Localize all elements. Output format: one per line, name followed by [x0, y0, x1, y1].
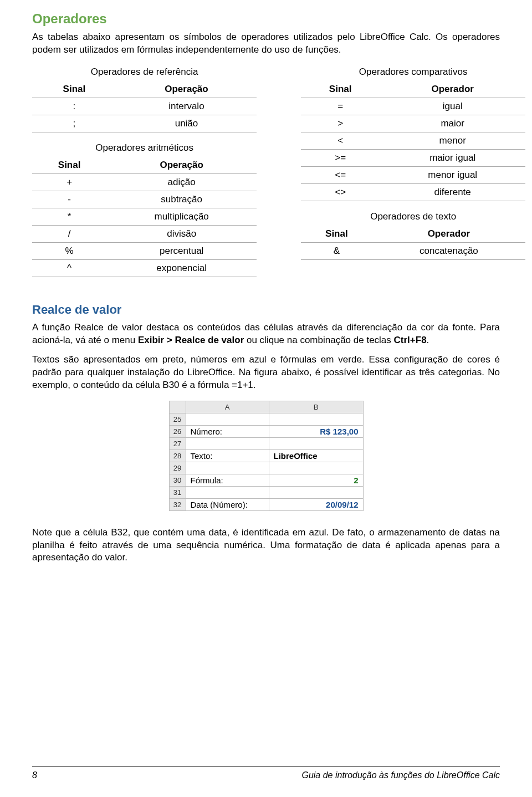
caption-arit: Operadores aritméticos [32, 142, 257, 154]
cell-op: exponencial [106, 259, 257, 277]
cell-sinal: <= [301, 166, 380, 183]
cell-b-text: LibreOffice [269, 449, 363, 462]
sheet-row: 29 [169, 462, 363, 474]
table-row: <>diferente [301, 183, 525, 201]
col-header-a: A [186, 401, 269, 413]
table-row: -subtração [32, 191, 257, 208]
cell-b [269, 413, 363, 425]
cell-a [186, 486, 269, 498]
th-sinal: Sinal [32, 157, 106, 174]
cell-op: diferente [380, 183, 525, 201]
table-text: Sinal Operador &concatenação [301, 226, 525, 260]
heading-realce: Realce de valor [32, 303, 500, 317]
spreadsheet: A B 25 26Número:R$ 123,00 27 28Texto:Lib… [169, 401, 364, 511]
th-sinal: Sinal [32, 81, 116, 98]
cell-sinal: ; [32, 115, 116, 132]
cell-b [269, 437, 363, 449]
cell-op: multiplicação [106, 208, 257, 225]
paragraph-note: Note que a célula B32, que contém uma da… [32, 527, 500, 565]
th-operacao: Operação [106, 157, 257, 174]
row-header: 26 [169, 425, 186, 437]
paragraph-realce-2: Textos são apresentados em preto, número… [32, 354, 500, 392]
row-header: 29 [169, 462, 186, 474]
table-arit: Sinal Operação +adição -subtração *multi… [32, 157, 257, 277]
row-header: 30 [169, 474, 186, 486]
th-sinal: Sinal [301, 226, 372, 243]
cell-b [269, 462, 363, 474]
cell-op: divisão [106, 225, 257, 242]
spreadsheet-figure: A B 25 26Número:R$ 123,00 27 28Texto:Lib… [32, 401, 500, 511]
table-row: &concatenação [301, 242, 525, 259]
table-row: :intervalo [32, 98, 257, 115]
cell-op: maior [380, 115, 525, 132]
cell-op: igual [380, 98, 525, 115]
text: . [427, 335, 429, 345]
cell-sinal: / [32, 225, 106, 242]
table-row: +adição [32, 173, 257, 191]
table-comp: Sinal Operador =igual >maior <menor >=ma… [301, 81, 525, 201]
table-row: *multiplicação [32, 208, 257, 225]
sheet-row: 27 [169, 437, 363, 449]
left-column: Operadores de referência Sinal Operação … [32, 67, 257, 287]
cell-sinal: >= [301, 149, 380, 166]
cell-a [186, 437, 269, 449]
cell-a [186, 413, 269, 425]
table-row: /divisão [32, 225, 257, 242]
cell-a: Número: [186, 425, 269, 437]
cell-sinal: * [32, 208, 106, 225]
text: ou clique na combinação de teclas [244, 335, 393, 345]
sheet-row: 32Data (Número):20/09/12 [169, 498, 363, 510]
cell-op: concatenação [372, 242, 526, 259]
cell-op: menor [380, 132, 525, 149]
table-row: <menor [301, 132, 525, 149]
row-header: 28 [169, 449, 186, 462]
cell-op: menor igual [380, 166, 525, 183]
th-sinal: Sinal [301, 81, 380, 98]
cell-op: subtração [106, 191, 257, 208]
shortcut: Ctrl+F8 [394, 335, 427, 345]
caption-ref: Operadores de referência [32, 67, 257, 78]
row-header: 27 [169, 437, 186, 449]
sheet-row: 26Número:R$ 123,00 [169, 425, 363, 437]
operator-tables-columns: Operadores de referência Sinal Operação … [32, 67, 500, 287]
cell-op: adição [106, 173, 257, 191]
cell-op: intervalo [116, 98, 257, 115]
cell-sinal: - [32, 191, 106, 208]
cell-b [269, 486, 363, 498]
cell-sinal: & [301, 242, 372, 259]
cell-a: Texto: [186, 449, 269, 462]
table-row: =igual [301, 98, 525, 115]
table-row: >=maior igual [301, 149, 525, 166]
col-header-b: B [269, 401, 363, 413]
cell-op: maior igual [380, 149, 525, 166]
cell-sinal: = [301, 98, 380, 115]
cell-b-formula: 2 [269, 474, 363, 486]
cell-a: Data (Número): [186, 498, 269, 510]
row-header: 31 [169, 486, 186, 498]
table-row: <=menor igual [301, 166, 525, 183]
sheet-row: 25 [169, 413, 363, 425]
cell-sinal: < [301, 132, 380, 149]
cell-sinal: > [301, 115, 380, 132]
page-number: 8 [32, 770, 37, 780]
cell-a [186, 462, 269, 474]
cell-sinal: ^ [32, 259, 106, 277]
table-row: %percentual [32, 242, 257, 259]
caption-comp: Operadores comparativos [301, 67, 525, 78]
cell-sinal: + [32, 173, 106, 191]
cell-b-number: R$ 123,00 [269, 425, 363, 437]
row-header: 32 [169, 498, 186, 510]
cell-sinal: <> [301, 183, 380, 201]
th-operacao: Operação [116, 81, 257, 98]
th-operador: Operador [380, 81, 525, 98]
table-row: ;união [32, 115, 257, 132]
intro-paragraph: As tabelas abaixo apresentam os símbolos… [32, 31, 500, 57]
row-header: 25 [169, 413, 186, 425]
cell-sinal: % [32, 242, 106, 259]
page-footer: 8 Guia de introdução às funções do Libre… [32, 767, 500, 780]
table-row: >maior [301, 115, 525, 132]
cell-sinal: : [32, 98, 116, 115]
cell-a: Fórmula: [186, 474, 269, 486]
sheet-row: 30Fórmula:2 [169, 474, 363, 486]
footer-title: Guia de introdução às funções do LibreOf… [301, 770, 500, 780]
